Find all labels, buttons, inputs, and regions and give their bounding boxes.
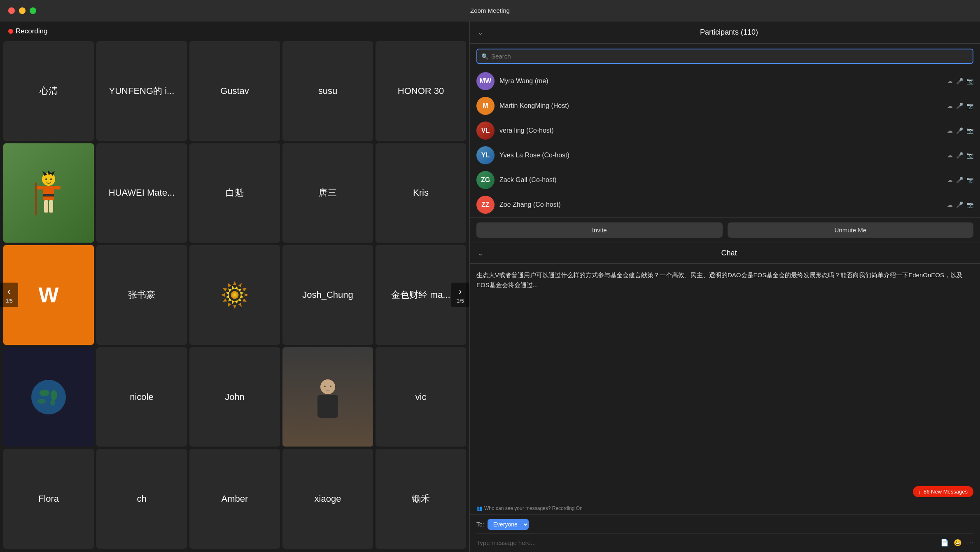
unmute-button[interactable]: Unmute Me [728,222,974,238]
mandala-icon [218,278,251,311]
new-messages-count: 86 New Messages [924,489,968,495]
cell-ch: ch [96,449,187,549]
close-button[interactable] [8,7,15,14]
cell-john-name: John [225,392,245,402]
mute-icon-myrawang: 🎤 [956,78,963,84]
mute-icon-martinkong: 🎤 [956,103,963,109]
svg-marker-14 [238,282,243,287]
participant-item-martinkong[interactable]: M Martin KongMing (Host) ☁ 🎤 📷 [470,94,980,118]
svg-marker-20 [226,303,231,308]
video-area: Recording ‹ 3/5 › 3/5 心清 YUNFENG的 i [0,21,469,552]
cell-w-name: W [38,283,58,307]
participants-collapse-btn[interactable]: ⌄ [478,29,483,36]
svg-rect-7 [43,194,54,196]
chat-message: 生态大V或者普通用户可以通过什么样的方式参与基金会建言献策？一个高效、民主、透明… [476,270,973,290]
main-content: Recording ‹ 3/5 › 3/5 心清 YUNFENG的 i [0,21,980,552]
participants-title: Participants (110) [486,28,972,37]
cell-honor30-name: HONOR 30 [398,86,444,96]
grid-row-2: HUAWEI Mate... 白魁 唐三 Kris [3,143,466,243]
participant-item-zoezhang[interactable]: ZZ Zoe Zhang (Co-host) ☁ 🎤 📷 [470,192,980,217]
participants-header: ⌄ Participants (110) [470,21,980,44]
participant-item-yvesrose[interactable]: YL Yves La Rose (Co-host) ☁ 🎤 📷 [470,143,980,168]
cell-john: John [189,347,280,447]
video-icon-zoezhang: 📷 [966,201,973,208]
participant-avatar-veraing: VL [476,122,495,140]
nav-right-arrow[interactable]: › 3/5 [451,283,469,307]
svg-marker-35 [227,287,231,292]
svg-rect-8 [44,200,48,213]
svg-rect-10 [37,186,43,189]
chat-input-row: 📄 😀 ⋯ [476,538,973,548]
svg-point-46 [324,386,326,387]
cell-xinqing-name: 心清 [40,85,58,97]
participant-icons-martinkong: ☁ 🎤 📷 [947,103,973,109]
participant-avatar-zoezhang: ZZ [476,196,495,214]
chat-to-select[interactable]: Everyone [488,519,529,530]
svg-point-5 [50,178,52,180]
maximize-button[interactable] [30,7,36,14]
svg-marker-26 [238,287,242,292]
svg-marker-19 [233,305,236,309]
nav-left-counter: 3/5 [5,298,13,304]
participant-avatar-myrawang: MW [476,72,495,90]
chat-footer: To: Everyone 📄 😀 ⋯ [470,515,980,552]
participants-list: MW Myra Wang (me) ☁ 🎤 📷 M Martin KongMin… [470,69,980,217]
participant-name-yvesrose: Yves La Rose (Co-host) [499,152,942,159]
video-icon-myrawang: 📷 [966,78,973,84]
participant-icons-zackgall: ☁ 🎤 📷 [947,177,973,183]
chat-input[interactable] [476,538,936,548]
cloud-icon-myrawang: ☁ [947,78,953,84]
chat-collapse-btn[interactable]: ⌄ [478,250,483,257]
cell-goku [3,143,94,243]
participant-avatar-martinkong: M [476,97,495,115]
cell-xiaoge: xiaoge [282,449,373,549]
svg-marker-18 [238,303,243,308]
minimize-button[interactable] [19,7,26,14]
cell-chuhuo-name: 锄禾 [412,493,430,505]
participant-item-zackgall[interactable]: ZG Zack Gall (Co-host) ☁ 🎤 📷 [470,168,980,192]
chat-to-label: To: [476,521,484,528]
invite-button[interactable]: Invite [476,222,723,238]
more-options-icon[interactable]: ⋯ [967,539,973,547]
participant-name-myrawang: Myra Wang (me) [499,77,942,85]
mute-icon-zackgall: 🎤 [956,177,963,183]
cell-mandala [189,245,280,345]
svg-point-40 [40,390,49,396]
svg-point-39 [31,380,66,414]
search-input[interactable] [476,49,973,64]
participant-name-zoezhang: Zoe Zhang (Co-host) [499,201,942,208]
participant-item-myrawang[interactable]: MW Myra Wang (me) ☁ 🎤 📷 [470,69,980,94]
svg-marker-36 [231,285,235,290]
emoji-icon[interactable]: 😀 [954,539,962,547]
video-grid: 心清 YUNFENG的 i... Gustav susu HONOR 30 [3,41,466,549]
earth-icon [30,379,67,416]
mute-icon-yvesrose: 🎤 [956,152,963,159]
svg-marker-15 [243,287,247,292]
participant-name-veraing: vera ling (Co-host) [499,127,942,134]
sidebar: ⌄ Participants (110) 🔍 MW Myra Wang (me)… [469,21,980,552]
cell-nicole: nicole [96,347,187,447]
file-upload-icon[interactable]: 📄 [940,539,949,547]
svg-marker-22 [221,293,225,297]
svg-point-42 [37,399,46,404]
cell-tangsan-name: 唐三 [319,187,337,199]
svg-marker-17 [243,299,247,304]
cell-chuhuo: 锄禾 [376,449,466,549]
cell-zhangshuhao: 张书豪 [96,245,187,345]
participant-name-martinkong: Martin KongMing (Host) [499,102,942,110]
window-title: Zoom Meeting [470,7,510,14]
new-messages-badge[interactable]: ↓ 86 New Messages [913,486,973,497]
participant-avatar-zackgall: ZG [476,171,495,189]
participant-item-veraing[interactable]: VL vera ling (Co-host) ☁ 🎤 📷 [470,118,980,143]
cloud-icon-zoezhang: ☁ [947,201,953,208]
titlebar: Zoom Meeting [0,0,980,21]
window-controls [8,7,36,14]
svg-point-4 [45,178,47,180]
nav-left-arrow[interactable]: ‹ 3/5 [0,283,18,307]
cell-gustav-name: Gustav [220,86,249,96]
cell-huawei: HUAWEI Mate... [96,143,187,243]
cell-ch-name: ch [137,494,146,504]
svg-marker-24 [226,282,231,287]
cell-flora-name: Flora [38,494,59,504]
participant-icons-myrawang: ☁ 🎤 📷 [947,78,973,84]
